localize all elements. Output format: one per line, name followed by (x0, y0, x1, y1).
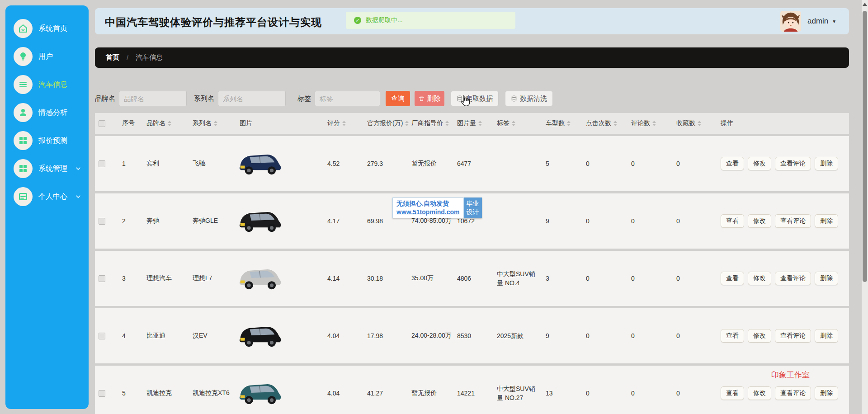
sort-icon[interactable] (214, 121, 217, 126)
clean-data-button[interactable]: 数据清洗 (505, 91, 553, 106)
bulb-icon (14, 47, 33, 66)
brand-filter-label: 品牌名 (95, 94, 115, 103)
column-header[interactable]: 图片量 (452, 119, 492, 127)
column-header[interactable]: 图片 (234, 119, 322, 127)
column-header[interactable]: 操作 (715, 119, 849, 127)
delete-row-button[interactable]: 删除 (815, 329, 838, 343)
view-comments-button[interactable]: 查看评论 (775, 157, 811, 170)
cell-series: 奔驰GLE (187, 217, 234, 225)
view-comments-button[interactable]: 查看评论 (775, 214, 811, 228)
edit-button[interactable]: 修改 (748, 272, 771, 285)
cell-guide-price: 暂无报价 (408, 160, 452, 168)
sidebar-item-label: 报价预测 (38, 136, 67, 146)
sort-icon[interactable] (652, 121, 656, 126)
sort-icon[interactable] (342, 121, 346, 126)
username: admin (807, 17, 828, 26)
view-button[interactable]: 查看 (721, 214, 744, 228)
sidebar-item-price-predict[interactable]: 报价预测 (5, 131, 89, 150)
sort-icon[interactable] (613, 121, 617, 126)
row-checkbox[interactable] (99, 160, 105, 167)
cell-tag: 中大型SUV销量 NO.27 (492, 384, 540, 402)
sort-icon[interactable] (478, 121, 482, 126)
trash-icon (419, 96, 425, 102)
dropdown-caret-icon: ▼ (832, 19, 836, 24)
cell-comments: 0 (626, 332, 671, 339)
column-header[interactable]: 评论数 (626, 119, 671, 127)
brand-filter-input[interactable] (119, 91, 187, 106)
filter-bar: 品牌名 系列名 标签 查询 删除 爬取数据 数据清洗 (95, 90, 849, 107)
view-comments-button[interactable]: 查看评论 (775, 386, 811, 400)
sidebar-item-profile[interactable]: 个人中心 (5, 187, 89, 206)
cell-official-price: 279.3 (362, 160, 408, 167)
table-row: 1 宾利 飞驰 4.52 279.3 暂无报价 6477 5 0 0 0 (95, 136, 849, 191)
row-checkbox[interactable] (99, 390, 105, 397)
column-header[interactable]: 标签 (492, 119, 540, 127)
sort-icon[interactable] (698, 121, 701, 126)
sort-icon[interactable] (168, 121, 171, 126)
list-icon (14, 75, 33, 94)
user-icon (14, 103, 33, 122)
scroll-up-icon[interactable] (863, 3, 867, 6)
row-checkbox[interactable] (99, 333, 105, 339)
series-filter-input[interactable] (218, 91, 286, 106)
view-button[interactable]: 查看 (721, 157, 744, 170)
column-header[interactable]: 车型数 (540, 119, 580, 127)
view-button[interactable]: 查看 (721, 386, 744, 400)
search-button[interactable]: 查询 (386, 91, 410, 106)
cell-favorites: 0 (671, 332, 715, 339)
edit-button[interactable]: 修改 (748, 329, 771, 343)
delete-row-button[interactable]: 删除 (815, 157, 838, 170)
scrollbar-thumb[interactable] (863, 11, 867, 282)
view-button[interactable]: 查看 (721, 272, 744, 285)
sidebar-item-users[interactable]: 用户 (5, 47, 89, 66)
user-menu[interactable]: admin ▼ (780, 11, 836, 32)
sort-icon[interactable] (445, 121, 449, 126)
column-header[interactable]: 点击次数 (580, 119, 626, 127)
column-header[interactable]: 品牌名 (141, 119, 187, 127)
delete-row-button[interactable]: 删除 (815, 272, 838, 285)
sidebar-item-label: 系统首页 (38, 24, 67, 33)
column-header[interactable]: 收藏数 (671, 119, 715, 127)
sidebar-item-sentiment[interactable]: 情感分析 (5, 103, 89, 122)
row-checkbox[interactable] (99, 275, 105, 282)
view-button[interactable]: 查看 (721, 329, 744, 343)
delete-button[interactable]: 删除 (415, 91, 444, 106)
cell-clicks: 0 (580, 332, 626, 339)
mouse-cursor-icon (459, 95, 471, 109)
cell-rating: 4.04 (322, 332, 362, 339)
delete-row-button[interactable]: 删除 (815, 386, 838, 400)
scrollbar[interactable] (862, 0, 868, 414)
cell-official-price: 69.98 (362, 217, 408, 225)
column-header[interactable]: 序号 (117, 119, 141, 127)
cell-image-count: 14221 (452, 390, 492, 397)
cell-favorites: 0 (671, 275, 715, 282)
column-header[interactable]: 厂商指导价 (408, 119, 452, 127)
cell-rating: 4.52 (322, 160, 362, 167)
view-comments-button[interactable]: 查看评论 (775, 329, 811, 343)
column-header[interactable]: 官方报价(万) (362, 119, 408, 127)
sort-icon[interactable] (512, 121, 515, 126)
cell-index: 1 (117, 160, 141, 167)
delete-row-button[interactable]: 删除 (815, 214, 838, 228)
cell-model-count: 9 (540, 332, 580, 339)
sidebar-item-system[interactable]: 系统管理 (5, 159, 89, 178)
edit-button[interactable]: 修改 (748, 214, 771, 228)
header-checkbox-cell (95, 120, 117, 127)
breadcrumb-home[interactable]: 首页 (106, 53, 119, 62)
edit-button[interactable]: 修改 (748, 157, 771, 170)
column-header[interactable]: 评分 (322, 119, 362, 127)
cell-rating: 4.17 (322, 217, 362, 225)
cell-official-price: 30.18 (362, 275, 408, 282)
cell-image-count: 6477 (452, 160, 492, 167)
edit-button[interactable]: 修改 (748, 386, 771, 400)
crawl-data-button[interactable]: 爬取数据 (451, 91, 499, 106)
row-checkbox[interactable] (99, 218, 105, 225)
select-all-checkbox[interactable] (99, 120, 105, 127)
sidebar-item-cars[interactable]: 汽车信息 (5, 75, 89, 94)
tag-filter-input[interactable] (315, 91, 380, 106)
sort-icon[interactable] (567, 121, 571, 126)
avatar[interactable] (780, 11, 801, 32)
sidebar-item-home[interactable]: 系统首页 (5, 19, 89, 38)
column-header[interactable]: 系列名 (187, 119, 234, 127)
view-comments-button[interactable]: 查看评论 (775, 272, 811, 285)
